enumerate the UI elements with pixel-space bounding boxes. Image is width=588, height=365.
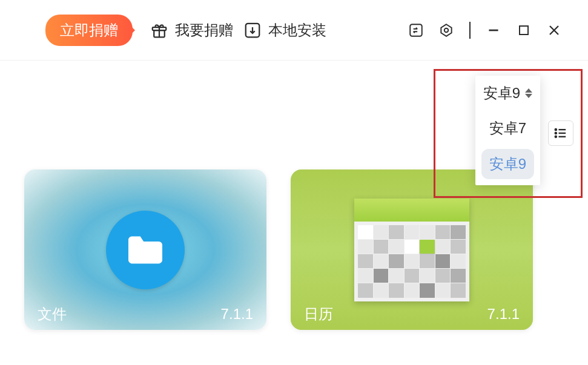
folder-icon — [106, 211, 185, 289]
sort-icon — [525, 88, 532, 98]
svg-rect-4 — [410, 24, 422, 36]
app-card-files[interactable]: 文件 7.1.1 — [24, 169, 266, 330]
list-view-toggle[interactable] — [548, 120, 573, 146]
download-box-icon — [243, 21, 262, 40]
svg-point-6 — [444, 28, 449, 32]
calendar-icon — [354, 199, 469, 301]
android-version-dropdown: 安卓9 安卓7 安卓9 — [475, 76, 540, 185]
app-version: 7.1.1 — [487, 306, 520, 323]
minimize-button[interactable] — [484, 21, 503, 40]
want-donate-label: 我要捐赠 — [175, 21, 233, 40]
local-install-label: 本地安装 — [268, 21, 326, 40]
dropdown-current-label: 安卓9 — [483, 84, 520, 103]
svg-point-11 — [555, 129, 557, 130]
app-name: 日历 — [304, 304, 333, 324]
window-controls — [406, 21, 564, 40]
donate-now-button[interactable]: 立即捐赠 — [45, 15, 133, 46]
transfer-icon[interactable] — [406, 21, 426, 40]
want-donate-link[interactable]: 我要捐赠 — [150, 21, 233, 40]
app-version: 7.1.1 — [221, 306, 253, 323]
settings-icon[interactable] — [437, 21, 456, 40]
header: 立即捐赠 我要捐赠 本地安装 — [0, 0, 588, 61]
divider — [469, 22, 471, 39]
maximize-button[interactable] — [514, 21, 533, 40]
gift-icon — [150, 21, 169, 40]
dropdown-option-android9[interactable]: 安卓9 — [481, 149, 534, 179]
app-card-calendar[interactable]: 日历 7.1.1 — [291, 169, 533, 330]
dropdown-option-android7[interactable]: 安卓7 — [475, 111, 540, 146]
close-button[interactable] — [544, 21, 564, 40]
card-footer: 文件 7.1.1 — [24, 298, 266, 330]
svg-marker-5 — [441, 24, 451, 36]
app-name: 文件 — [38, 304, 67, 324]
card-footer: 日历 7.1.1 — [291, 298, 533, 330]
dropdown-current[interactable]: 安卓9 — [475, 76, 540, 111]
svg-rect-8 — [520, 26, 528, 35]
local-install-link[interactable]: 本地安装 — [243, 21, 326, 40]
svg-point-13 — [555, 133, 557, 134]
svg-point-15 — [555, 136, 557, 137]
